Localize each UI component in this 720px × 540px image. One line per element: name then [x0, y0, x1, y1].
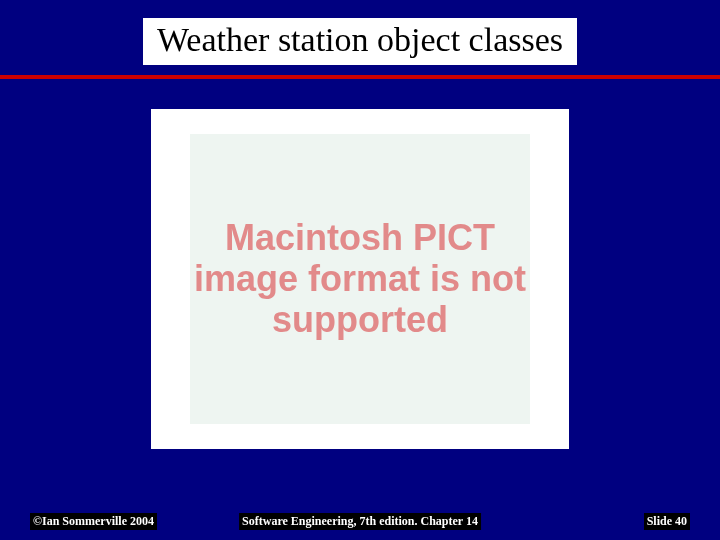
footer-page: Slide 40	[644, 513, 690, 530]
content-inner-box: Macintosh PICT image format is not suppo…	[190, 134, 530, 424]
title-underline	[0, 75, 720, 79]
image-format-error: Macintosh PICT image format is not suppo…	[190, 217, 530, 341]
slide-title: Weather station object classes	[143, 18, 577, 65]
content-outer-box: Macintosh PICT image format is not suppo…	[151, 109, 569, 449]
footer-copyright: ©Ian Sommerville 2004	[30, 513, 157, 530]
title-area: Weather station object classes	[0, 0, 720, 65]
footer-center: Software Engineering, 7th edition. Chapt…	[239, 513, 481, 530]
